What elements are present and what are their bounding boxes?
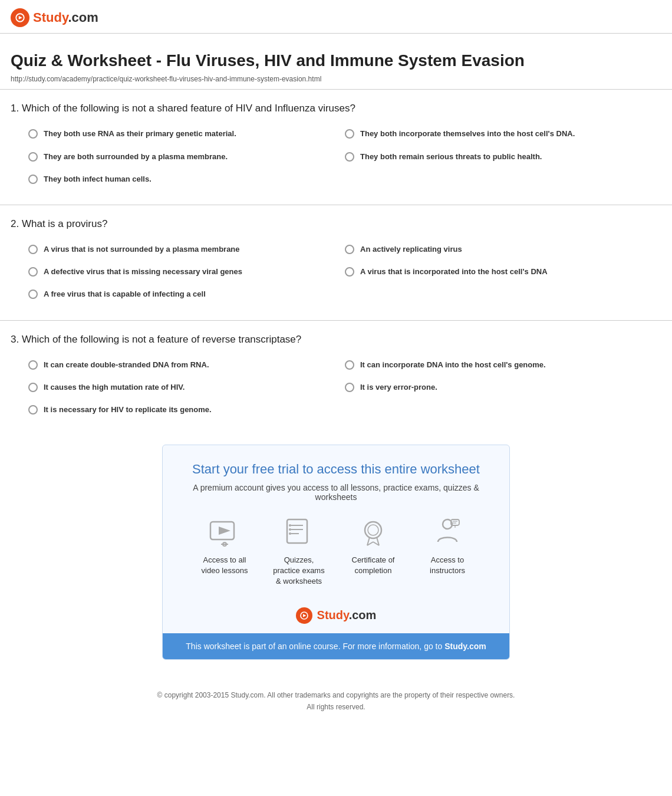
radio-icon[interactable]	[345, 267, 354, 277]
svg-point-13	[365, 522, 381, 538]
option-2-3[interactable]: A defective virus that is missing necess…	[28, 261, 345, 283]
logo-icon	[11, 8, 29, 27]
option-label: It can create double-stranded DNA from R…	[44, 360, 209, 370]
svg-rect-6	[287, 519, 307, 543]
cta-logo: Study.com	[186, 599, 486, 633]
svg-point-14	[368, 525, 378, 535]
option-3-4[interactable]: It is very error-prone.	[345, 376, 661, 399]
radio-icon[interactable]	[28, 175, 38, 184]
question-3: 3. Which of the following is not a featu…	[0, 321, 672, 427]
svg-point-12	[289, 532, 291, 535]
question-1-text: 1. Which of the following is not a share…	[11, 103, 661, 114]
option-label: It is necessary for HIV to replicate its…	[44, 404, 212, 415]
certificate-icon	[357, 516, 390, 549]
cta-feature-label-certificate: Certificate of completion	[347, 555, 400, 576]
option-3-1[interactable]: It can create double-stranded DNA from R…	[28, 354, 345, 376]
option-label: It can incorporate DNA into the host cel…	[360, 360, 546, 370]
option-3-2[interactable]: It can incorporate DNA into the host cel…	[345, 354, 661, 376]
footer-line1: © copyright 2003-2015 Study.com. All oth…	[11, 689, 661, 701]
option-2-1[interactable]: A virus that is not surrounded by a plas…	[28, 238, 345, 261]
cta-feature-instructor: Access to instructors	[421, 516, 474, 587]
svg-marker-3	[219, 527, 230, 535]
radio-icon[interactable]	[345, 245, 354, 254]
cta-features: Access to all video lessons Quizzes, pra…	[186, 516, 486, 587]
option-label: A defective virus that is missing necess…	[44, 267, 242, 277]
page-title-section: Quiz & Worksheet - Flu Viruses, HIV and …	[0, 34, 672, 89]
radio-icon[interactable]	[28, 290, 38, 299]
quiz-icon	[282, 516, 315, 549]
cta-subtitle: A premium account gives you access to al…	[186, 483, 486, 502]
option-label: A virus that is incorporated into the ho…	[360, 267, 548, 277]
option-2-2[interactable]: An actively replicating virus	[345, 238, 661, 261]
svg-marker-25	[303, 614, 306, 617]
logo[interactable]: Study.com	[11, 8, 98, 27]
radio-icon[interactable]	[28, 360, 38, 370]
option-1-2[interactable]: They both incorporate themselves into th…	[345, 123, 661, 145]
option-label: They both use RNA as their primary genet…	[44, 129, 236, 139]
radio-icon[interactable]	[28, 152, 38, 162]
option-1-1[interactable]: They both use RNA as their primary genet…	[28, 123, 345, 145]
radio-icon[interactable]	[345, 129, 354, 139]
instructor-icon	[431, 516, 464, 549]
option-label: They both incorporate themselves into th…	[360, 129, 575, 139]
radio-icon[interactable]	[28, 383, 38, 392]
radio-icon[interactable]	[345, 383, 354, 392]
question-3-text: 3. Which of the following is not a featu…	[11, 334, 661, 346]
cta-feature-label-video: Access to all video lessons	[198, 555, 251, 576]
option-2-4[interactable]: A virus that is incorporated into the ho…	[345, 261, 661, 283]
option-label: They both infect human cells.	[44, 174, 151, 185]
question-2-text: 2. What is a provirus?	[11, 218, 661, 230]
svg-point-10	[289, 524, 291, 527]
radio-icon[interactable]	[28, 405, 38, 415]
option-1-4[interactable]: They both remain serious threats to publ…	[345, 146, 661, 168]
cta-bottom-bar: This worksheet is part of an online cour…	[163, 633, 509, 659]
option-label: A free virus that is capable of infectin…	[44, 289, 206, 300]
cta-feature-video: Access to all video lessons	[198, 516, 251, 587]
question-1-options: They both use RNA as their primary genet…	[11, 123, 661, 190]
option-label: It is very error-prone.	[360, 382, 437, 393]
cta-feature-label-quiz: Quizzes, practice exams & worksheets	[272, 555, 325, 587]
question-2: 2. What is a provirus? A virus that is n…	[0, 205, 672, 312]
option-2-5[interactable]: A free virus that is capable of infectin…	[28, 283, 661, 305]
video-icon	[208, 516, 241, 549]
page-url: http://study.com/academy/practice/quiz-w…	[11, 75, 661, 83]
logo-text: Study.com	[33, 10, 98, 25]
cta-feature-label-instructor: Access to instructors	[421, 555, 474, 576]
option-1-5[interactable]: They both infect human cells.	[28, 168, 661, 190]
radio-icon[interactable]	[28, 245, 38, 254]
cta-feature-certificate: Certificate of completion	[347, 516, 400, 587]
cta-box: Start your free trial to access this ent…	[162, 445, 510, 660]
option-label: A virus that is not surrounded by a plas…	[44, 244, 240, 255]
option-label: It causes the high mutation rate of HIV.	[44, 382, 185, 393]
svg-point-11	[289, 528, 291, 531]
question-2-options: A virus that is not surrounded by a plas…	[11, 238, 661, 306]
radio-icon[interactable]	[28, 129, 38, 139]
radio-icon[interactable]	[345, 360, 354, 370]
option-3-5[interactable]: It is necessary for HIV to replicate its…	[28, 399, 661, 421]
option-label: They both remain serious threats to publ…	[360, 152, 542, 162]
header: Study.com	[0, 0, 672, 34]
option-3-3[interactable]: It causes the high mutation rate of HIV.	[28, 376, 345, 399]
question-1: 1. Which of the following is not a share…	[0, 90, 672, 196]
svg-marker-1	[19, 16, 22, 19]
radio-icon[interactable]	[345, 152, 354, 162]
cta-bottom-link[interactable]: Study.com	[444, 642, 486, 651]
cta-title: Start your free trial to access this ent…	[186, 462, 486, 477]
page-title: Quiz & Worksheet - Flu Viruses, HIV and …	[11, 50, 661, 71]
cta-logo-text: Study.com	[317, 608, 377, 622]
cta-feature-quiz: Quizzes, practice exams & worksheets	[272, 516, 325, 587]
option-label: They are both surrounded by a plasma mem…	[44, 152, 228, 162]
option-label: An actively replicating virus	[360, 244, 462, 255]
option-1-3[interactable]: They are both surrounded by a plasma mem…	[28, 146, 345, 168]
question-3-options: It can create double-stranded DNA from R…	[11, 354, 661, 422]
cta-logo-icon	[296, 607, 312, 624]
footer: © copyright 2003-2015 Study.com. All oth…	[0, 677, 672, 731]
footer-line2: All rights reserved.	[11, 701, 661, 713]
radio-icon[interactable]	[28, 267, 38, 277]
